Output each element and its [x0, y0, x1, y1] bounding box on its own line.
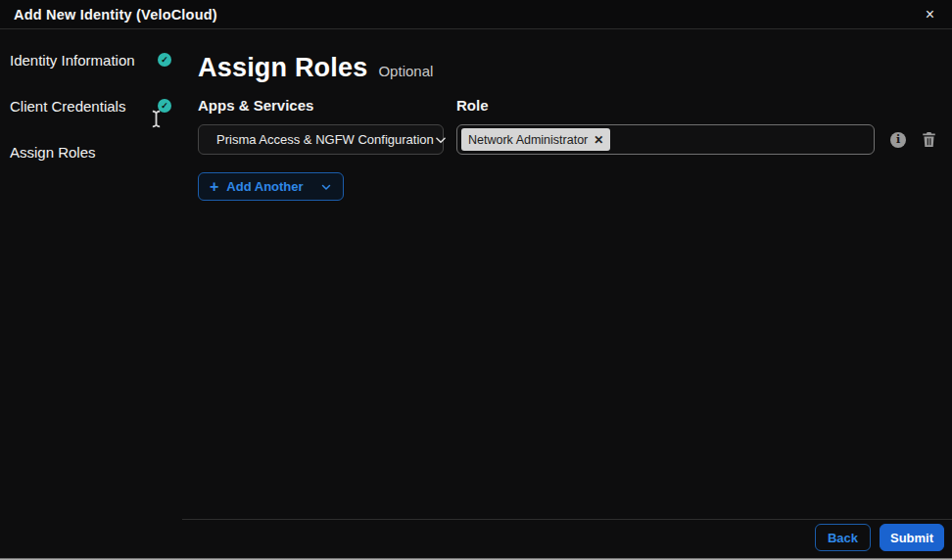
- apps-services-select[interactable]: Prisma Access & NGFW Configuration: [198, 124, 444, 155]
- add-identity-modal: Add New Identity (VeloCloud) × Identity …: [0, 0, 952, 560]
- step-label: Client Credentials: [10, 98, 125, 115]
- sidebar-item-assign-roles[interactable]: Assign Roles: [0, 142, 182, 162]
- submit-button[interactable]: Submit: [880, 524, 944, 551]
- sidebar-item-client-credentials[interactable]: Client Credentials ✓: [0, 96, 182, 116]
- step-label: Assign Roles: [10, 144, 96, 161]
- role-tag-label: Network Administrator: [468, 133, 588, 147]
- plus-icon: +: [210, 179, 218, 195]
- role-label: Role: [456, 97, 489, 114]
- apps-services-label: Apps & Services: [198, 97, 313, 114]
- steps-sidebar: Identity Information ✓ Client Credential…: [0, 29, 182, 560]
- apps-services-selected-value: Prisma Access & NGFW Configuration: [216, 132, 434, 147]
- optional-badge: Optional: [378, 63, 433, 79]
- remove-tag-icon[interactable]: ✕: [594, 134, 603, 146]
- page-title: Assign Roles: [198, 53, 367, 83]
- sidebar-item-identity-information[interactable]: Identity Information ✓: [0, 50, 182, 70]
- step-label: Identity Information: [10, 52, 135, 69]
- info-icon[interactable]: i: [890, 132, 906, 148]
- close-icon[interactable]: ×: [922, 5, 938, 24]
- assign-roles-panel: Assign Roles Optional Apps & Services Ro…: [182, 29, 952, 560]
- role-input[interactable]: Network Administrator ✕: [456, 124, 875, 155]
- role-tag: Network Administrator ✕: [461, 128, 610, 151]
- modal-title: Add New Identity (VeloCloud): [14, 7, 217, 23]
- footer-divider: [182, 519, 952, 520]
- chevron-down-icon[interactable]: [320, 181, 332, 193]
- button-divider: [311, 179, 312, 194]
- step-complete-check-icon: ✓: [158, 99, 171, 113]
- panel-heading-row: Assign Roles Optional: [198, 53, 433, 83]
- add-another-button[interactable]: + Add Another: [198, 172, 344, 201]
- add-another-label: Add Another: [226, 179, 303, 194]
- step-complete-check-icon: ✓: [158, 53, 171, 67]
- footer-actions: Back Submit: [815, 524, 944, 551]
- modal-header: Add New Identity (VeloCloud) ×: [0, 0, 952, 29]
- chevron-down-icon: [434, 133, 448, 147]
- trash-icon[interactable]: [922, 131, 936, 148]
- back-button[interactable]: Back: [815, 524, 871, 551]
